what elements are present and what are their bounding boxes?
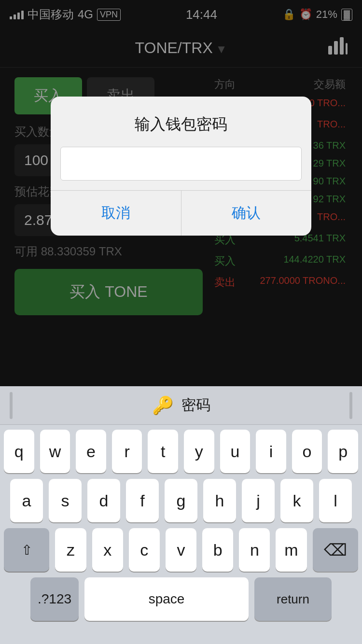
password-dialog: 输入钱包密码 取消 确认 [51, 97, 311, 236]
dialog-input-wrap [51, 147, 311, 190]
key-j[interactable]: j [242, 479, 275, 522]
key-m[interactable]: m [276, 528, 306, 572]
key-o[interactable]: o [292, 430, 322, 473]
space-key[interactable]: space [84, 577, 249, 621]
numeric-key[interactable]: .?123 [30, 577, 79, 621]
key-g[interactable]: g [165, 479, 197, 522]
shift-key[interactable]: ⇧ [4, 528, 49, 572]
key-e[interactable]: e [76, 430, 106, 473]
return-key[interactable]: return [254, 577, 332, 621]
key-d[interactable]: d [87, 479, 120, 522]
key-row-3: ⇧ z x c v b n m ⌫ [4, 528, 358, 572]
toolbar-password-label: 密码 [181, 395, 210, 415]
keyboard: 🔑 密码 q w e r t y u i o p a s d f g h j k [0, 386, 362, 644]
keyboard-rows: q w e r t y u i o p a s d f g h j k l ⇧ … [0, 425, 362, 626]
key-z[interactable]: z [55, 528, 86, 572]
key-v[interactable]: v [166, 528, 196, 572]
key-h[interactable]: h [203, 479, 236, 522]
key-a[interactable]: a [10, 479, 43, 522]
key-row-2: a s d f g h j k l [4, 479, 358, 522]
toolbar-right-bar [349, 392, 352, 419]
key-s[interactable]: s [49, 479, 82, 522]
key-t[interactable]: t [148, 430, 178, 473]
keyboard-toolbar: 🔑 密码 [0, 386, 362, 425]
dialog-buttons: 取消 确认 [51, 190, 311, 236]
key-u[interactable]: u [220, 430, 251, 473]
password-input[interactable] [60, 147, 302, 181]
delete-key[interactable]: ⌫ [313, 528, 358, 572]
key-i[interactable]: i [256, 430, 286, 473]
key-y[interactable]: y [184, 430, 214, 473]
key-q[interactable]: q [4, 430, 34, 473]
toolbar-left-bar [10, 392, 13, 419]
dialog-title: 输入钱包密码 [51, 97, 311, 147]
confirm-button[interactable]: 确认 [181, 191, 312, 236]
key-icon: 🔑 [152, 395, 174, 416]
key-row-1: q w e r t y u i o p [4, 430, 358, 473]
cancel-button[interactable]: 取消 [51, 191, 181, 236]
key-n[interactable]: n [239, 528, 270, 572]
key-f[interactable]: f [126, 479, 159, 522]
key-k[interactable]: k [280, 479, 313, 522]
key-l[interactable]: l [319, 479, 352, 522]
key-c[interactable]: c [129, 528, 160, 572]
key-p[interactable]: p [328, 430, 358, 473]
key-b[interactable]: b [202, 528, 233, 572]
key-row-4: .?123 space return [4, 577, 358, 621]
key-w[interactable]: w [40, 430, 70, 473]
key-x[interactable]: x [92, 528, 123, 572]
key-r[interactable]: r [112, 430, 142, 473]
